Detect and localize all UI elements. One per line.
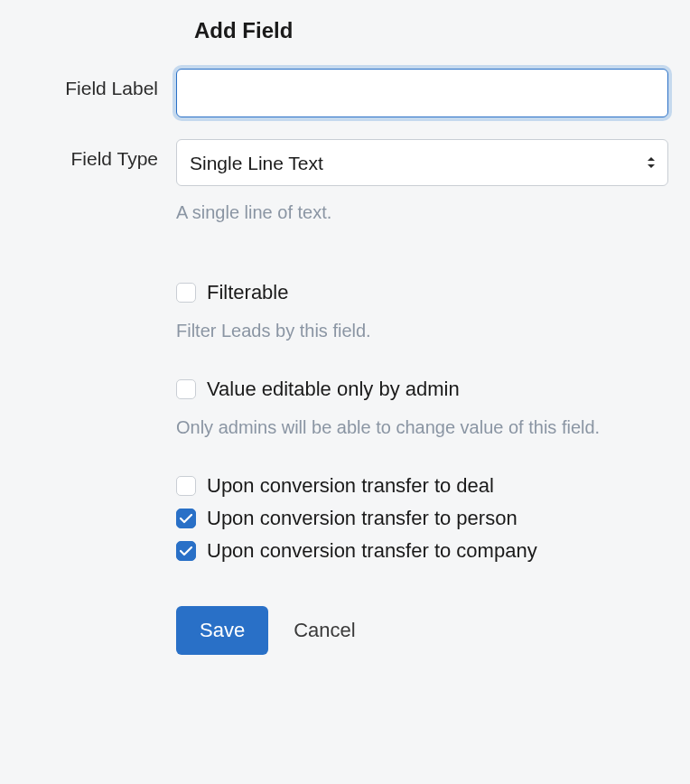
transfer-person-checkbox[interactable] (176, 509, 196, 528)
field-label-input[interactable] (176, 69, 668, 117)
filterable-label: Filterable (207, 281, 288, 304)
field-type-select[interactable]: Single Line Text (176, 139, 668, 186)
admin-only-help: Only admins will be able to change value… (176, 417, 668, 438)
admin-only-checkbox[interactable] (176, 379, 196, 399)
cancel-button[interactable]: Cancel (294, 619, 355, 642)
transfer-person-label: Upon conversion transfer to person (207, 507, 518, 530)
transfer-company-checkbox[interactable] (176, 541, 196, 561)
admin-only-label: Value editable only by admin (207, 378, 460, 401)
transfer-deal-checkbox[interactable] (176, 476, 196, 496)
transfer-company-label: Upon conversion transfer to company (207, 539, 537, 563)
filterable-checkbox[interactable] (176, 283, 196, 303)
page-title: Add Field (194, 18, 672, 43)
transfer-deal-label: Upon conversion transfer to deal (207, 474, 494, 498)
save-button[interactable]: Save (176, 606, 268, 655)
field-type-label: Field Type (18, 139, 176, 170)
field-type-help: A single line of text. (176, 202, 668, 223)
field-label-label: Field Label (18, 69, 176, 99)
filterable-help: Filter Leads by this field. (176, 321, 668, 341)
